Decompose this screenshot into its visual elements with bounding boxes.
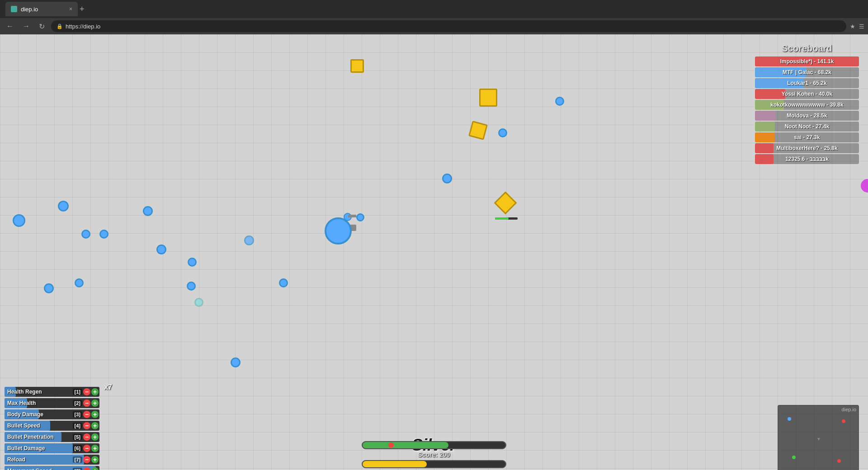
nav-right: ★ ☰ [850,23,864,30]
browser-chrome: diep.io × + [0,0,868,18]
forward-button[interactable]: → [20,20,33,32]
blue-circle-16 [498,128,507,137]
tab-title: diep.io [21,6,38,13]
extensions-icon[interactable]: ☰ [859,23,864,30]
stat-name-1: Max Health [5,400,73,406]
stats-rows: Health Regen[1]−+x7Max Health[2]−+Body D… [5,387,99,470]
scoreboard: Scoreboard Impossible*) - 141.1kMTF | Ga… [755,43,859,165]
blue-circle-14 [231,357,241,367]
stat-minus-4[interactable]: − [83,433,90,441]
xp-bar [362,460,506,468]
address-bar[interactable]: 🔒 https://diep.io [51,20,846,32]
bookmark-icon[interactable]: ★ [850,23,855,30]
stat-level-1: [2] [73,400,82,406]
stat-minus-6[interactable]: − [83,456,90,463]
blue-circle-1 [13,214,25,227]
scoreboard-title: Scoreboard [755,43,859,54]
health-dot [388,442,394,448]
refresh-button[interactable]: ↻ [36,20,47,33]
player-tank [325,217,352,244]
stat-level-4: [5] [73,434,82,440]
stat-row-2: Body Damage[3]−+ [5,409,99,419]
score-entry-2: Loukar1 - 65.2k [755,78,859,88]
minimap-player-arrow: ▼ [816,437,821,442]
minimap-dot-red [842,419,845,423]
stat-minus-3[interactable]: − [83,422,90,429]
stat-plus-4[interactable]: + [91,433,99,441]
yellow-square-1 [350,59,364,73]
stat-level-7: [8] [73,468,82,470]
lock-icon: 🔒 [57,24,63,29]
minimap-dot-red2 [837,459,841,463]
tab-close-button[interactable]: × [69,6,72,12]
blue-circle-7 [188,258,197,267]
stat-plus-0[interactable]: + [91,388,99,395]
stat-minus-5[interactable]: − [83,445,90,452]
stat-name-7: Movement Speed [5,468,73,470]
score-entry-9: 123בבבבב - 25.6k [755,154,859,164]
score-entry-text-2: Loukar1 - 65.2k [755,80,859,86]
health-bar [362,441,506,449]
x7-badge: x7 [104,383,112,391]
hud-bottom: Score: 200 Lvl 8 Tank [362,441,506,470]
stat-row-0: Health Regen[1]−+x7 [5,387,99,397]
blue-circle-3 [81,230,90,239]
yellow-diamond [494,192,517,215]
stat-name-0: Health Regen [5,389,73,395]
blue-circle-9 [244,235,254,245]
stat-minus-2[interactable]: − [83,411,90,418]
blue-circle-4 [99,230,108,239]
score-entry-1: MTF | Galac - 68.2k [755,67,859,77]
stat-level-5: [6] [73,445,82,451]
stat-row-1: Max Health[2]−+ [5,398,99,408]
stat-name-2: Body Damage [5,411,73,418]
stat-plus-6[interactable]: + [91,456,99,463]
score-entry-6: Noot Noot - 27.4k [755,122,859,132]
stat-level-6: [7] [73,456,82,463]
stat-plus-3[interactable]: + [91,422,99,429]
stat-plus-5[interactable]: + [91,445,99,452]
blue-circle-11 [44,283,54,293]
active-tab[interactable]: diep.io × [5,2,78,16]
stat-minus-0[interactable]: − [83,388,90,395]
stat-level-0: [1] [73,389,82,395]
score-entry-0: Impossible*) - 141.1k [755,56,859,66]
stats-panel: Health Regen[1]−+x7Max Health[2]−+Body D… [5,387,99,470]
score-entry-text-7: sai - 27.3k [755,134,859,141]
score-display: Score: 200 [418,451,450,458]
entity-health-bar [495,217,518,220]
purple-entity [861,179,868,193]
score-entry-text-5: Moldova - 28.5k [755,113,859,119]
scoreboard-entries: Impossible*) - 141.1kMTF | Galac - 68.2k… [755,56,859,164]
stat-row-3: Bullet Speed[4]−+ [5,421,99,431]
nav-bar: ← → ↻ 🔒 https://diep.io ★ ☰ [0,18,868,34]
score-entry-text-9: 123בבבבב - 25.6k [755,156,859,162]
score-entry-8: MultiboxerHere? - 25.8k [755,143,859,153]
blue-circle-5 [143,206,153,216]
back-button[interactable]: ← [4,20,16,32]
minimap-dot-blue [788,417,791,421]
blue-circle-6 [156,244,166,254]
small-tank [344,213,352,221]
blue-circle-13 [279,278,288,287]
yellow-square-2 [479,89,497,107]
health-bar-fill [363,442,448,448]
game-area: Scoreboard Impossible*) - 141.1kMTF | Ga… [0,34,868,470]
stat-level-3: [4] [73,423,82,429]
score-entry-5: Moldova - 28.5k [755,111,859,121]
stat-minus-1[interactable]: − [83,400,90,407]
score-entry-4: kokotkowwwwwwww - 39.8k [755,100,859,110]
blue-circle-12 [75,278,84,287]
url-text: https://diep.io [66,23,100,30]
stat-plus-1[interactable]: + [91,400,99,407]
score-entry-text-0: Impossible*) - 141.1k [755,58,859,65]
tab-bar: diep.io × + [5,2,85,16]
score-entry-text-3: Yossi Kohen - 40.0k [755,91,859,97]
new-tab-button[interactable]: + [80,5,85,14]
stat-name-5: Bullet Damage [5,445,73,451]
stat-row-7: Movement Speed[8]−+ [5,466,99,470]
score-entry-3: Yossi Kohen - 40.0k [755,89,859,99]
minimap-title: diep.io [778,406,858,413]
minimap: diep.io ▼ [778,405,859,470]
stat-plus-2[interactable]: + [91,411,99,418]
